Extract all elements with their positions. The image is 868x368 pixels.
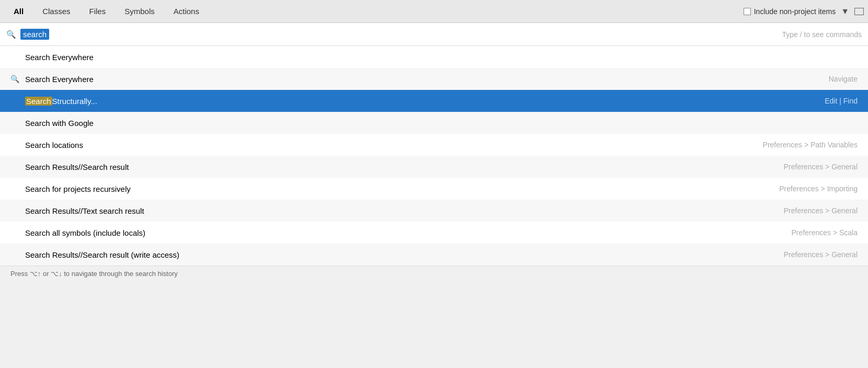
search-icon: 🔍: [10, 75, 20, 83]
result-text: Search Results//Search result (write acc…: [25, 250, 784, 259]
window-icon[interactable]: [854, 8, 864, 15]
result-category: Preferences > General: [784, 206, 858, 215]
result-item[interactable]: Search Everywhere: [0, 46, 868, 68]
result-item[interactable]: Search Results//Text search result Prefe…: [0, 200, 868, 222]
result-category: Preferences > General: [784, 250, 858, 259]
result-label: Search Results//Search result: [25, 163, 129, 171]
result-label: Search for projects recursively: [25, 185, 131, 193]
header-right: Include non-project items ▼: [744, 7, 864, 16]
result-item[interactable]: Search with Google: [0, 112, 868, 134]
result-category: Preferences > Scala: [792, 228, 858, 237]
result-text: Search Everywhere: [25, 75, 829, 84]
result-item[interactable]: Search for projects recursively Preferen…: [0, 178, 868, 200]
search-bar: 🔍 search Type / to see commands: [0, 23, 868, 46]
include-non-project-label: Include non-project items: [754, 7, 836, 16]
tab-bar: All Classes Files Symbols Actions Includ…: [0, 0, 868, 23]
tab-actions[interactable]: Actions: [164, 3, 209, 20]
result-text: Search with Google: [25, 119, 858, 128]
tab-symbols[interactable]: Symbols: [115, 3, 164, 20]
search-input[interactable]: search: [20, 29, 49, 40]
result-label-after: Structurally...: [52, 97, 97, 106]
status-text: Press ⌥↑ or ⌥↓ to navigate through the s…: [10, 270, 178, 278]
results-list: Search Everywhere 🔍 Search Everywhere Na…: [0, 46, 868, 266]
result-text: Search Everywhere: [25, 53, 858, 62]
result-text: Search Structurally...: [25, 97, 825, 106]
result-category: Preferences > Path Variables: [763, 141, 858, 149]
result-label: Search Results//Search result (write acc…: [25, 250, 179, 259]
result-category: Preferences > Importing: [779, 185, 858, 193]
result-category: Preferences > General: [784, 163, 858, 171]
search-icon: 🔍: [6, 30, 16, 39]
result-label: Search Everywhere: [25, 75, 94, 84]
result-text: Search Results//Search result: [25, 163, 784, 171]
result-item[interactable]: Search Results//Search result (write acc…: [0, 244, 868, 266]
result-category: Edit | Find: [825, 97, 858, 105]
result-category: Navigate: [829, 75, 858, 83]
result-text: Search for projects recursively: [25, 185, 779, 193]
result-highlight: Search: [25, 97, 52, 106]
tab-files[interactable]: Files: [80, 3, 116, 20]
result-label: Search all symbols (include locals): [25, 228, 145, 237]
result-text: Search locations: [25, 141, 763, 150]
status-bar: Press ⌥↑ or ⌥↓ to navigate through the s…: [0, 266, 868, 281]
tab-all[interactable]: All: [4, 3, 33, 20]
result-label: Search Results//Text search result: [25, 206, 144, 215]
result-text: Search all symbols (include locals): [25, 228, 792, 237]
include-non-project-container[interactable]: Include non-project items: [744, 7, 836, 16]
result-label: Search with Google: [25, 119, 94, 128]
tab-classes[interactable]: Classes: [33, 3, 79, 20]
result-label: Search locations: [25, 141, 83, 150]
result-item[interactable]: Search locations Preferences > Path Vari…: [0, 134, 868, 156]
result-text: Search Results//Text search result: [25, 206, 784, 215]
result-item[interactable]: Search Results//Search result Preference…: [0, 156, 868, 178]
include-non-project-checkbox[interactable]: [744, 8, 751, 15]
result-item[interactable]: Search all symbols (include locals) Pref…: [0, 222, 868, 244]
filter-icon[interactable]: ▼: [841, 7, 849, 16]
result-item[interactable]: 🔍 Search Everywhere Navigate: [0, 68, 868, 90]
search-hint: Type / to see commands: [782, 30, 862, 39]
result-label: Search Everywhere: [25, 53, 94, 62]
result-item-selected[interactable]: Search Structurally... Edit | Find: [0, 90, 868, 112]
